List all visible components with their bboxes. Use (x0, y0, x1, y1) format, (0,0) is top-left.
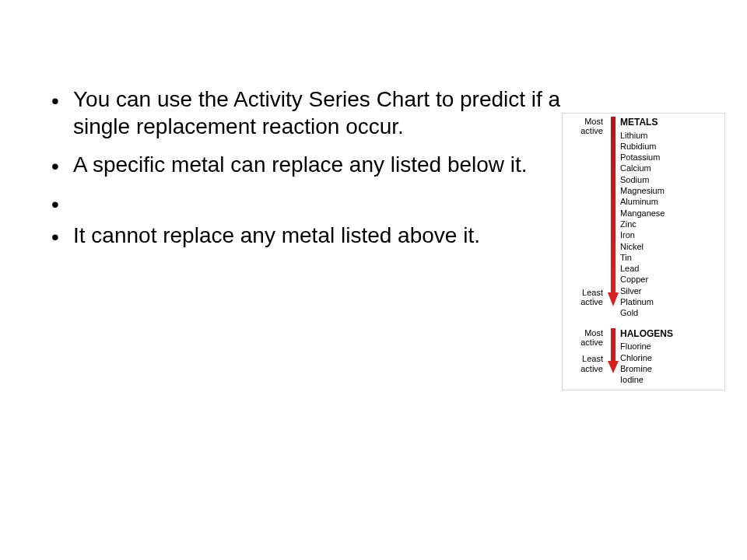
arrow-down-icon (608, 328, 619, 373)
metals-section: Most active Least active METALS Lithium … (566, 117, 721, 319)
svg-marker-1 (608, 292, 619, 306)
svg-rect-0 (611, 117, 615, 294)
halogen-item: Chlorine (620, 352, 721, 363)
halogens-list: HALOGENS Fluorine Chlorine Bromine Iodin… (620, 328, 721, 386)
halogen-item: Iodine (620, 374, 721, 385)
metal-item: Platinum (620, 296, 721, 307)
activity-series-chart: Most active Least active METALS Lithium … (562, 113, 725, 390)
metal-item: Sodium (620, 174, 721, 185)
bullet-gap (47, 189, 576, 211)
metal-item: Lithium (620, 130, 721, 141)
label-most-active: Most active (566, 328, 603, 347)
bullet-text: A specific metal can replace any listed … (73, 152, 528, 177)
metal-item: Potassium (620, 152, 721, 163)
bullet-item: It cannot replace any metal listed above… (47, 222, 602, 249)
metal-item: Silver (620, 285, 721, 296)
bullet-text: It cannot replace any metal listed above… (73, 223, 480, 247)
metal-item: Tin (620, 252, 721, 263)
metals-list: METALS Lithium Rubidium Potassium Calciu… (620, 117, 721, 319)
bullet-item: A specific metal can replace any listed … (47, 151, 602, 178)
metal-item: Manganese (620, 208, 721, 219)
metal-item: Lead (620, 263, 721, 274)
section-gap (566, 319, 721, 328)
label-least-active: Least active (566, 288, 603, 306)
metal-item: Zinc (620, 219, 721, 229)
metal-item: Magnesium (620, 185, 721, 196)
metal-item: Calcium (620, 163, 721, 173)
bullet-text: You can use the Activity Series Chart to… (73, 87, 560, 138)
metal-item: Aluminum (620, 196, 721, 207)
halogen-item: Bromine (620, 363, 721, 374)
halogens-heading: HALOGENS (620, 328, 721, 341)
halogens-section: Most active Least active HALOGENS Fluori… (566, 328, 721, 386)
halogens-labels: Most active Least active (566, 328, 606, 373)
svg-marker-3 (608, 361, 619, 373)
metals-heading: METALS (620, 117, 721, 129)
halogens-arrow (606, 328, 620, 386)
svg-rect-2 (611, 328, 615, 362)
metal-item: Copper (620, 274, 721, 285)
metals-labels: Most active Least active (566, 117, 606, 306)
halogen-item: Fluorine (620, 341, 721, 352)
arrow-down-icon (608, 117, 619, 306)
metals-arrow (606, 117, 620, 319)
label-most-active: Most active (566, 117, 603, 135)
label-least-active: Least active (566, 354, 603, 373)
metal-item: Gold (620, 307, 721, 318)
metal-item: Iron (620, 229, 721, 240)
metal-item: Nickel (620, 241, 721, 252)
bullet-item: You can use the Activity Series Chart to… (47, 86, 602, 140)
metal-item: Rubidium (620, 141, 721, 152)
